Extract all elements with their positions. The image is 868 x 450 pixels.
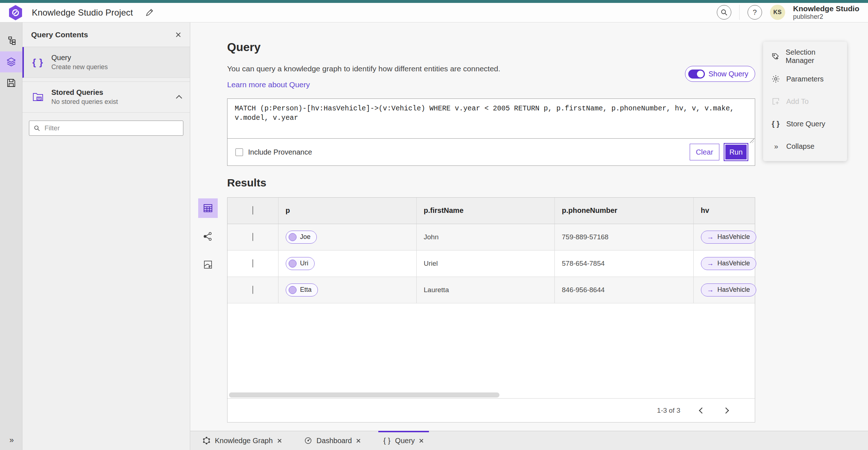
- tab-dashboard[interactable]: Dashboard: [301, 431, 364, 450]
- avatar[interactable]: KS: [770, 5, 785, 20]
- panel-item-sublabel: No stored queries exist: [51, 98, 118, 106]
- show-query-toggle-button[interactable]: Show Query: [685, 66, 755, 82]
- edge-pill[interactable]: →HasVehicle: [701, 283, 756, 297]
- tool-label: Collapse: [786, 142, 814, 151]
- rail-schema-button[interactable]: [0, 30, 22, 51]
- row-checkbox[interactable]: [252, 286, 253, 294]
- table-pagination: 1-3 of 3: [227, 398, 755, 422]
- org-chart-icon: [7, 36, 16, 46]
- entity-pill[interactable]: Joe: [286, 231, 317, 244]
- tool-label: Parameters: [786, 75, 824, 83]
- user-role: publisher2: [793, 13, 859, 21]
- next-page-icon[interactable]: [723, 407, 729, 413]
- run-button[interactable]: Run: [724, 143, 748, 161]
- table-header-row: p p.firstName p.phoneNumber hv: [227, 198, 755, 224]
- close-panel-icon[interactable]: [175, 32, 181, 38]
- filter-input[interactable]: [44, 124, 179, 132]
- tab-query[interactable]: { } Query: [380, 431, 427, 450]
- column-header-firstname[interactable]: p.firstName: [416, 198, 554, 224]
- search-button[interactable]: [717, 5, 731, 20]
- chevron-up-icon[interactable]: [176, 95, 182, 101]
- graph-view-button[interactable]: [198, 227, 218, 246]
- close-tab-icon[interactable]: [356, 438, 361, 443]
- braces-icon: { }: [771, 120, 780, 128]
- left-rail: »: [0, 22, 22, 450]
- table-row: Joe John 759-889-57168 →HasVehicle: [227, 224, 755, 250]
- folder-icon: [32, 92, 44, 102]
- node-icon: [289, 233, 297, 241]
- top-accent-strip: [0, 0, 868, 3]
- app-header: Knowledge Studio Project ? KS Knowledge …: [0, 3, 868, 22]
- node-icon: [289, 260, 297, 268]
- pagination-info: 1-3 of 3: [657, 407, 680, 415]
- cell-firstname: Lauretta: [416, 277, 554, 303]
- scrollbar-thumb[interactable]: [229, 392, 499, 398]
- horizontal-scrollbar[interactable]: [229, 392, 754, 398]
- page-title: Query: [227, 41, 260, 54]
- row-checkbox[interactable]: [252, 259, 253, 268]
- panel-item-sublabel: Create new queries: [51, 63, 108, 71]
- filter-field[interactable]: [29, 121, 183, 136]
- select-all-checkbox[interactable]: [252, 206, 253, 215]
- rail-save-button[interactable]: [0, 72, 22, 93]
- panel-item-label: Stored Queries: [51, 88, 118, 97]
- map-view-button[interactable]: [198, 255, 218, 274]
- entity-pill[interactable]: Uri: [286, 257, 315, 270]
- cell-firstname: Uriel: [416, 250, 554, 277]
- selection-manager-item[interactable]: Selection Manager: [763, 45, 847, 68]
- arrow-right-icon: →: [707, 260, 714, 268]
- results-view-switcher: [198, 198, 218, 283]
- column-header-phonenumber[interactable]: p.phoneNumber: [554, 198, 693, 224]
- map-icon: [203, 260, 213, 269]
- table-row: Uri Uriel 578-654-7854 →HasVehicle: [227, 250, 755, 277]
- parameters-item[interactable]: Parameters: [763, 68, 847, 90]
- collapse-item[interactable]: » Collapse: [763, 135, 847, 157]
- search-icon: [34, 125, 40, 131]
- table-view-button[interactable]: [198, 198, 218, 218]
- app-logo[interactable]: [9, 5, 22, 20]
- user-info[interactable]: Knowledge Studio publisher2: [793, 4, 859, 21]
- add-to-item: Add To: [763, 90, 847, 113]
- close-tab-icon[interactable]: [419, 438, 424, 443]
- close-tab-icon[interactable]: [277, 438, 282, 443]
- include-provenance-label: Include Provenance: [248, 148, 312, 156]
- entity-pill[interactable]: Etta: [286, 283, 318, 297]
- edge-pill[interactable]: →HasVehicle: [701, 231, 756, 244]
- results-table: p p.firstName p.phoneNumber hv Joe John …: [227, 198, 755, 303]
- query-textarea[interactable]: MATCH (p:Person)-[hv:HasVehicle]->(v:Veh…: [227, 99, 755, 139]
- column-header-hv[interactable]: hv: [693, 198, 755, 224]
- cell-phonenumber: 578-654-7854: [554, 250, 693, 277]
- panel-item-stored-queries[interactable]: Stored Queries No stored queries exist: [22, 81, 190, 113]
- tab-knowledge-graph[interactable]: Knowledge Graph: [200, 431, 285, 450]
- previous-page-icon[interactable]: [699, 407, 705, 413]
- user-name: Knowledge Studio: [793, 4, 859, 13]
- tab-label: Knowledge Graph: [215, 437, 273, 445]
- tool-label: Selection Manager: [786, 48, 842, 65]
- include-provenance-checkbox[interactable]: [235, 148, 243, 156]
- rail-layers-button[interactable]: [0, 51, 22, 72]
- panel-item-query[interactable]: { } Query Create new queries: [22, 47, 190, 78]
- clear-button[interactable]: Clear: [690, 144, 719, 160]
- header-divider: [739, 5, 740, 20]
- table-row: Etta Lauretta 846-956-8644 →HasVehicle: [227, 277, 755, 303]
- edge-pill[interactable]: →HasVehicle: [701, 257, 756, 270]
- node-icon: [289, 286, 297, 294]
- store-query-item[interactable]: { } Store Query: [763, 113, 847, 135]
- double-chevron-right-icon: »: [771, 142, 780, 151]
- braces-icon: { }: [32, 57, 44, 68]
- gauge-icon: [304, 437, 312, 445]
- cell-phonenumber: 846-956-8644: [554, 277, 693, 303]
- help-button[interactable]: ?: [748, 5, 762, 20]
- resize-grip-icon[interactable]: [750, 139, 754, 143]
- row-checkbox[interactable]: [252, 233, 253, 241]
- learn-more-link[interactable]: Learn more about Query: [227, 80, 310, 89]
- arrow-right-icon: →: [707, 233, 714, 241]
- tool-label: Add To: [786, 97, 809, 106]
- query-editor-card: MATCH (p:Person)-[hv:HasVehicle]->(v:Veh…: [227, 98, 755, 166]
- bottom-tabbar: Knowledge Graph Dashboard { } Query: [190, 431, 868, 450]
- tag-cursor-icon: [771, 52, 780, 61]
- rail-expand-button[interactable]: »: [0, 436, 22, 445]
- column-header-p[interactable]: p: [278, 198, 416, 224]
- panel-title: Query Contents: [31, 30, 88, 39]
- edit-title-button[interactable]: [144, 7, 155, 18]
